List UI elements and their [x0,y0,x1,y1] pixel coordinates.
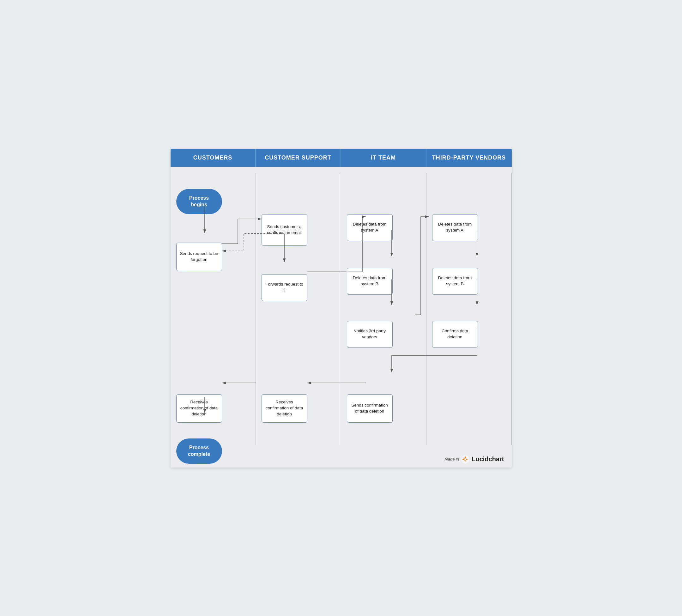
lucidchart-logo: Made in Lucidchart [445,455,504,464]
lane-vendors: Deletes data from system A Deletes data … [427,173,512,445]
receives-confirmation-support-node: Receives confirmation of data deletion [262,394,308,423]
confirms-deletion-node: Confirms data deletion [432,321,478,348]
swimlane-headers: CUSTOMERS CUSTOMER SUPPORT IT TEAM THIRD… [170,149,512,167]
svg-point-12 [464,458,466,460]
lane-customers: Process begins Sends request to be forgo… [170,173,256,445]
header-customer-support: CUSTOMER SUPPORT [256,149,341,167]
sends-request-node: Sends request to be forgotten [176,243,222,271]
lucidchart-icon [461,455,470,464]
deletes-system-a-it-node: Deletes data from system A [347,214,393,241]
notifies-vendors-node: Notifies 3rd party vendors [347,321,393,348]
sends-confirmation-node: Sends confirmation of data deletion [347,394,393,423]
process-begins-node: Process begins [176,189,222,214]
header-it-team: IT TEAM [341,149,427,167]
made-in-label: Made in [445,457,459,461]
header-customers: CUSTOMERS [170,149,256,167]
swimlane-body: Process begins Sends request to be forgo… [170,167,512,451]
process-complete-node: Process complete [176,438,222,464]
forwards-request-node: Forwards request to IT [262,274,308,301]
lane-customer-support: Sends customer a confirmation email Forw… [256,173,341,445]
lane-it-team: Deletes data from system A Deletes data … [341,173,427,445]
deletes-system-b-it-node: Deletes data from system B [347,268,393,295]
sends-confirmation-email-node: Sends customer a confirmation email [262,214,308,246]
deletes-system-b-vendor-node: Deletes data from system B [432,268,478,295]
receives-confirmation-customer-node: Receives confirmation of data deletion [176,394,222,423]
header-third-party: THIRD-PARTY VENDORS [427,149,512,167]
deletes-system-a-vendor-node: Deletes data from system A [432,214,478,241]
diagram-container: CUSTOMERS CUSTOMER SUPPORT IT TEAM THIRD… [170,149,512,467]
lucidchart-brand: Lucidchart [472,456,504,463]
